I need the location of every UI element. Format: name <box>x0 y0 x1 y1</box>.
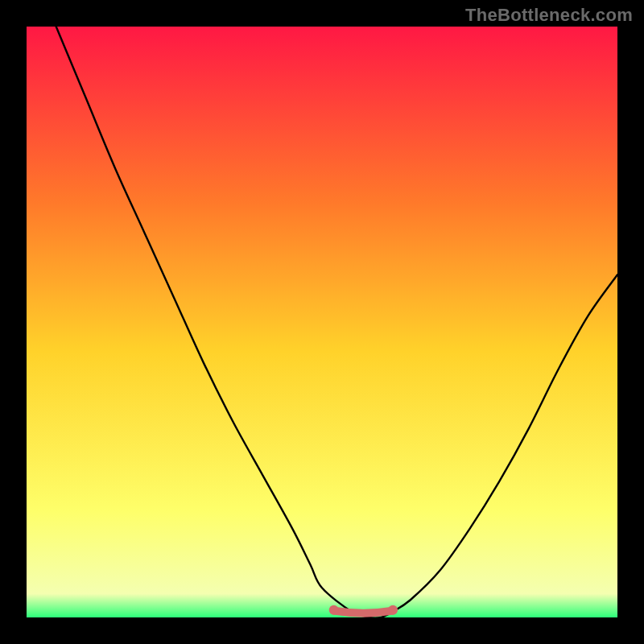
optimal-band-marker <box>334 611 393 613</box>
optimal-band-endpoint-right <box>388 605 398 615</box>
bottleneck-chart-svg <box>0 0 644 644</box>
plot-background <box>27 27 617 617</box>
optimal-band-endpoint-left <box>329 605 339 615</box>
chart-container: TheBottleneck.com <box>0 0 644 644</box>
